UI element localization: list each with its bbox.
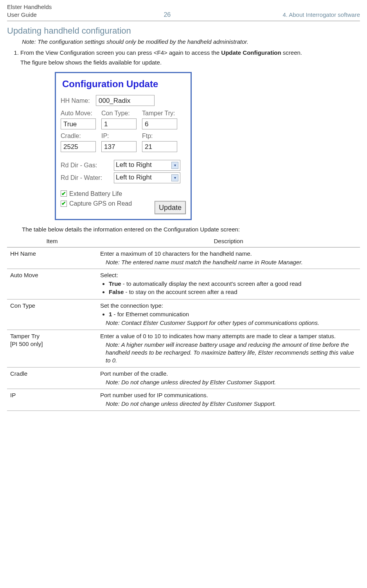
- table-row: HH Name Enter a maximum of 10 characters…: [7, 247, 360, 269]
- hh-name-label: HH Name:: [61, 97, 93, 105]
- item-hh-name: HH Name: [7, 247, 97, 269]
- bullet-item: False - to stay on the account screen af…: [109, 288, 357, 296]
- step1-prefix: From the View Configuration screen you c…: [20, 49, 221, 56]
- tamper-try-label: Tamper Try:: [142, 109, 177, 118]
- section-heading: Updating handheld configuration: [7, 25, 360, 37]
- desc-text: Port number used for IP communications.: [100, 391, 357, 399]
- chk-gps-label: Capture GPS on Read: [69, 199, 132, 208]
- header-chapter: 4. About Interrogator software: [282, 11, 360, 19]
- auto-move-label: Auto Move:: [61, 109, 96, 118]
- bullet-list: 1 - for Ethernet communication: [102, 310, 357, 318]
- rd-dir-gas-select[interactable]: Left to Right ▾: [114, 160, 180, 171]
- col-description: Description: [97, 236, 360, 247]
- table-row: Auto Move Select: True - to automaticall…: [7, 269, 360, 299]
- step1-suffix: screen.: [281, 49, 302, 56]
- desc-text: Enter a maximum of 10 characters for the…: [100, 250, 357, 258]
- rd-dir-water-label: Rd Dir - Water:: [61, 174, 112, 182]
- ip-label: IP:: [101, 132, 137, 140]
- desc-con-type: Set the connection type: 1 - for Etherne…: [97, 299, 360, 330]
- desc-tamper-try: Enter a value of 0 to 10 to indicates ho…: [97, 330, 360, 367]
- chevron-down-icon: ▾: [171, 174, 178, 181]
- page-number: 26: [164, 11, 171, 19]
- rd-dir-gas-label: Rd Dir - Gas:: [61, 161, 112, 170]
- desc-note: Note: Do not change unless directed by E…: [100, 400, 357, 408]
- checkmark-icon: ✔: [61, 190, 67, 197]
- ftp-input[interactable]: 21: [142, 141, 177, 152]
- desc-hh-name: Enter a maximum of 10 characters for the…: [97, 247, 360, 269]
- config-fields-table: Item Description HH Name Enter a maximum…: [7, 236, 360, 411]
- bullet-item: True - to automatically display the next…: [109, 280, 357, 288]
- con-type-label: Con Type:: [101, 109, 137, 118]
- desc-note: Note: Contact Elster Customer Support fo…: [100, 319, 357, 327]
- rd-dir-gas-value: Left to Right: [116, 161, 152, 170]
- desc-ip: Port number used for IP communications. …: [97, 389, 360, 411]
- item-cradle: Cradle: [7, 367, 97, 389]
- header-subtitle: User Guide: [7, 11, 52, 19]
- cradle-label: Cradle:: [61, 132, 96, 140]
- desc-text: Enter a value of 0 to 10 to indicates ho…: [100, 332, 357, 340]
- desc-text: Port number of the cradle.: [100, 370, 357, 378]
- table-row: Con Type Set the connection type: 1 - fo…: [7, 299, 360, 330]
- checkbox-extend-battery[interactable]: ✔ Extend Battery Life: [61, 190, 186, 198]
- cradle-input[interactable]: 2525: [61, 141, 96, 152]
- step-1: From the View Configuration screen you c…: [20, 49, 360, 66]
- steps-list: From the View Configuration screen you c…: [13, 49, 360, 66]
- col-item: Item: [7, 236, 97, 247]
- screenshot-title: Configuration Update: [62, 78, 186, 90]
- tamper-try-input[interactable]: 6: [142, 118, 177, 129]
- item-auto-move: Auto Move: [7, 269, 97, 299]
- note-admin-only: Note: The configuration settings should …: [22, 38, 360, 46]
- ip-input[interactable]: 137: [101, 141, 137, 152]
- desc-note: Note: A higher number will increase batt…: [100, 341, 357, 365]
- table-row: Tamper Try [PI 500 only] Enter a value o…: [7, 330, 360, 367]
- bullet-list: True - to automatically display the next…: [102, 280, 357, 296]
- chevron-down-icon: ▾: [171, 162, 178, 169]
- desc-cradle: Port number of the cradle. Note: Do not …: [97, 367, 360, 389]
- row-automove-con-tamper: Auto Move: True Con Type: 1 Tamper Try: …: [61, 109, 186, 129]
- step1-bold: Update Configuration: [221, 49, 281, 56]
- item-con-type: Con Type: [7, 299, 97, 330]
- page-header: Elster Handhelds User Guide 26 4. About …: [7, 3, 360, 21]
- con-type-input[interactable]: 1: [101, 118, 137, 129]
- step1-body2: The figure below shows the fields availa…: [20, 59, 360, 66]
- header-product: Elster Handhelds: [7, 3, 52, 11]
- hh-name-input[interactable]: 000_Radix: [96, 95, 155, 106]
- row-cradle-ip-ftp: Cradle: 2525 IP: 137 Ftp: 21: [61, 132, 186, 152]
- rd-dir-water-select[interactable]: Left to Right ▾: [114, 172, 180, 183]
- desc-note: Note: The entered name must match the ha…: [100, 258, 357, 266]
- ftp-label: Ftp:: [142, 132, 177, 140]
- desc-note: Note: Do not change unless directed by E…: [100, 378, 357, 386]
- checkmark-icon: ✔: [61, 201, 67, 207]
- update-button[interactable]: Update: [155, 201, 186, 214]
- item-ip: IP: [7, 389, 97, 411]
- chk-batt-label: Extend Battery Life: [69, 190, 122, 198]
- desc-text: Set the connection type:: [100, 302, 357, 310]
- header-left: Elster Handhelds User Guide: [7, 3, 52, 19]
- rd-dir-water-row: Rd Dir - Water: Left to Right ▾: [61, 172, 186, 183]
- hh-name-row: HH Name: 000_Radix: [61, 95, 186, 106]
- table-row: IP Port number used for IP communication…: [7, 389, 360, 411]
- config-update-screenshot: Configuration Update HH Name: 000_Radix …: [55, 72, 192, 220]
- item-tamper-try: Tamper Try [PI 500 only]: [7, 330, 97, 367]
- desc-text: Select:: [100, 271, 357, 279]
- table-row: Cradle Port number of the cradle. Note: …: [7, 367, 360, 389]
- table-intro: The table below details the information …: [22, 226, 360, 233]
- rd-dir-gas-row: Rd Dir - Gas: Left to Right ▾: [61, 160, 186, 171]
- desc-auto-move: Select: True - to automatically display …: [97, 269, 360, 299]
- rd-dir-water-value: Left to Right: [116, 173, 152, 182]
- auto-move-input[interactable]: True: [61, 118, 96, 129]
- bullet-item: 1 - for Ethernet communication: [109, 310, 357, 318]
